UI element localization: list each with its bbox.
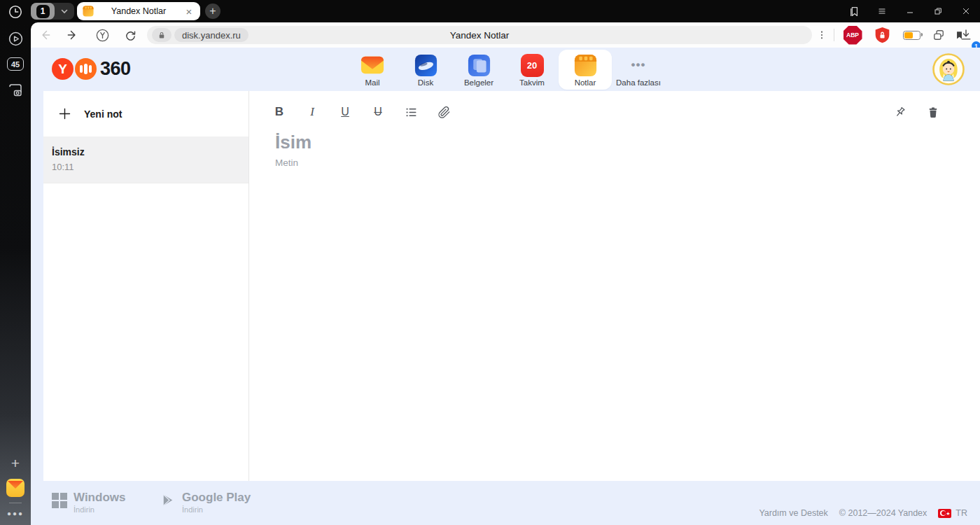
maximize-button[interactable]	[924, 0, 952, 22]
browser-window: 1 Yandex Notlar × +	[0, 0, 980, 525]
tab-title: Yandex Notlar	[94, 6, 183, 16]
language-selector[interactable]: ★ TR	[938, 508, 967, 518]
calendar-app-icon: 20	[520, 53, 544, 77]
note-editor-panel: B I U U İsim Metin	[248, 91, 980, 481]
user-avatar[interactable]	[932, 53, 965, 85]
downloads-icon[interactable]: 1	[956, 22, 976, 48]
app-tile-disk[interactable]: Disk	[399, 50, 452, 90]
browser-titlebar: 1 Yandex Notlar × +	[0, 0, 980, 22]
menu-icon[interactable]	[868, 0, 896, 22]
minimize-button[interactable]	[896, 0, 924, 22]
italic-button[interactable]: I	[300, 99, 324, 125]
documents-app-icon	[467, 53, 491, 77]
footer-legal: Yardım ve Destek © 2012—2024 Yandex ★ TR	[759, 508, 967, 518]
screenshot-icon[interactable]	[0, 82, 31, 99]
note-title: İsimsiz	[52, 146, 240, 158]
note-body-input[interactable]: Metin	[275, 158, 298, 168]
page-footer: Windows İndirin Google Play İndirin Yard	[31, 481, 980, 525]
yandex-mail-app-icon[interactable]	[0, 479, 31, 497]
delete-note-button[interactable]	[921, 99, 945, 125]
notes-app-icon	[573, 53, 597, 77]
copyright-text: © 2012—2024 Yandex	[839, 508, 927, 518]
google-play-icon	[161, 493, 175, 507]
notes-list-panel: Yeni not İsimsiz 10:11	[43, 91, 248, 481]
tabs-counter-badge[interactable]: 45	[0, 57, 31, 71]
sidebar-add-icon[interactable]: +	[0, 455, 31, 472]
google-play-download-link[interactable]: Google Play İndirin	[161, 491, 251, 514]
bookmarks-panel-icon[interactable]	[840, 0, 868, 22]
notes-favicon-icon	[83, 6, 94, 17]
sidebar-more-icon[interactable]: ●●●	[0, 510, 31, 517]
windows-download-link[interactable]: Windows İndirin	[52, 491, 125, 514]
forward-button[interactable]	[63, 22, 83, 48]
underline-button[interactable]: U	[333, 99, 357, 125]
new-note-label: Yeni not	[84, 108, 122, 120]
tab-counter-badge: 1	[36, 5, 50, 18]
bullet-list-button[interactable]	[399, 99, 423, 125]
sidebar-divider	[9, 503, 22, 503]
yandex360-page: Y 360 Mail	[31, 48, 980, 525]
new-note-button[interactable]: Yeni not	[43, 91, 248, 137]
windows-icon	[52, 493, 66, 507]
browser-toolbar: disk.yandex.ru Yandex Notlar ABP	[31, 22, 980, 48]
video-player-icon[interactable]	[0, 31, 31, 47]
mail-app-icon	[360, 53, 384, 77]
browser-tab-active[interactable]: Yandex Notlar ×	[77, 2, 200, 20]
new-tab-button[interactable]: +	[205, 4, 220, 19]
tab-close-icon[interactable]: ×	[183, 6, 195, 17]
refresh-button[interactable]	[120, 22, 140, 48]
tab-counter[interactable]: 1	[31, 3, 55, 20]
app-tile-notlar-selected[interactable]: Notlar	[559, 50, 612, 90]
extensions-menu-icon[interactable]	[814, 22, 830, 48]
lock-icon[interactable]	[152, 28, 172, 42]
collections-icon[interactable]	[928, 22, 949, 48]
more-apps-icon: •••	[631, 53, 646, 77]
chevron-down-icon[interactable]	[55, 7, 74, 15]
browser-sidebar: 45 + ●●●	[0, 22, 31, 525]
protect-shield-icon[interactable]	[872, 22, 892, 48]
disk-app-icon	[414, 53, 438, 77]
address-bar[interactable]: disk.yandex.ru Yandex Notlar	[147, 26, 812, 44]
locale-label: TR	[955, 508, 967, 518]
close-button[interactable]	[952, 0, 980, 22]
bold-button[interactable]: B	[267, 99, 291, 125]
turkish-flag-icon: ★	[938, 509, 951, 518]
app-tile-more[interactable]: ••• Daha fazlası	[612, 50, 665, 90]
pin-note-button[interactable]	[888, 99, 912, 125]
battery-icon[interactable]	[900, 22, 923, 48]
app-tile-takvim[interactable]: 20 Takvim	[505, 50, 559, 90]
toolbar-divider	[834, 29, 834, 41]
back-button[interactable]	[35, 22, 55, 48]
app-switcher: Mail Disk	[31, 50, 980, 90]
editor-actions	[888, 99, 945, 125]
editor-toolbar: B I U U	[267, 99, 456, 125]
url-domain[interactable]: disk.yandex.ru	[174, 28, 248, 42]
tab-group-button[interactable]: 1	[31, 3, 74, 20]
note-title-input[interactable]: İsim	[275, 132, 312, 153]
help-support-link[interactable]: Yardım ve Destek	[759, 508, 827, 518]
history-icon[interactable]	[7, 4, 24, 20]
adblock-extension-icon[interactable]: ABP	[843, 22, 862, 48]
attach-file-button[interactable]	[432, 99, 456, 125]
app-tile-belgeler[interactable]: Belgeler	[452, 50, 505, 90]
plus-icon	[57, 106, 72, 121]
window-controls	[840, 0, 980, 22]
page-header: Y 360 Mail	[31, 48, 980, 91]
strikethrough-button[interactable]: U	[366, 99, 390, 125]
note-list-item-selected[interactable]: İsimsiz 10:11	[43, 137, 248, 183]
app-tile-mail[interactable]: Mail	[346, 50, 399, 90]
yandex-browser-icon[interactable]	[92, 22, 112, 48]
note-time: 10:11	[52, 162, 240, 172]
